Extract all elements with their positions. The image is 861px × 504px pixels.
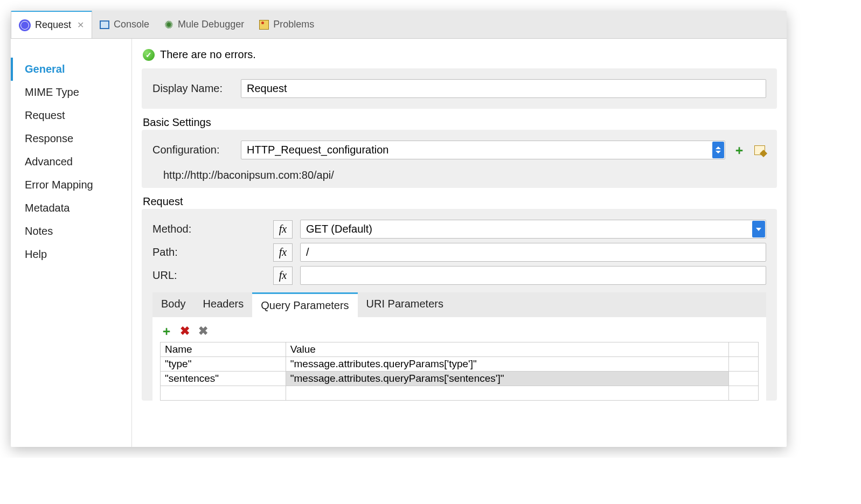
sidebar-item-request[interactable]: Request [11, 104, 131, 127]
status-text: There are no errors. [160, 48, 256, 61]
method-select[interactable] [300, 220, 766, 239]
chevron-down-icon[interactable] [752, 221, 765, 237]
subtab-query-parameters[interactable]: Query Parameters [252, 292, 357, 317]
cell-end [729, 372, 759, 386]
table-row-empty[interactable] [161, 386, 759, 401]
table-row[interactable]: "sentences" "message.attributes.queryPar… [161, 372, 759, 386]
basic-settings-section: Configuration: ＋ http://http://baconipsu… [142, 130, 777, 188]
subtab-body[interactable]: Body [152, 292, 195, 317]
col-name: Name [161, 342, 286, 357]
subtab-uri-parameters[interactable]: URI Parameters [358, 292, 452, 317]
edit-icon [754, 145, 765, 155]
edit-config-button[interactable] [753, 144, 766, 157]
display-name-label: Display Name: [152, 82, 233, 95]
problems-icon [259, 20, 269, 30]
sidebar-item-help[interactable]: Help [11, 243, 131, 266]
cell-name[interactable]: "sentences" [161, 372, 286, 386]
sidebar-item-advanced[interactable]: Advanced [11, 150, 131, 173]
cell-end [729, 357, 759, 372]
close-icon[interactable]: ✕ [77, 20, 84, 30]
query-params-panel: ＋ ✖ ✖ Name Value [152, 317, 766, 401]
subtab-headers[interactable]: Headers [195, 292, 253, 317]
x-red-icon: ✖ [180, 324, 190, 338]
request-title: Request [132, 191, 787, 209]
tab-console[interactable]: Console [92, 11, 157, 38]
sidebar-item-general[interactable]: General [11, 58, 131, 81]
configuration-label: Configuration: [152, 144, 233, 156]
configuration-select[interactable] [241, 141, 725, 159]
add-config-button[interactable]: ＋ [733, 144, 746, 157]
delete-row-button[interactable]: ✖ [178, 325, 191, 338]
sidebar-item-error-mapping[interactable]: Error Mapping [11, 173, 131, 197]
plus-icon: ＋ [161, 323, 172, 339]
status-bar: ✓ There are no errors. [132, 46, 787, 68]
cell-value[interactable]: "message.attributes.queryParams['type']" [286, 357, 728, 372]
tab-request[interactable]: Request ✕ [11, 11, 92, 38]
tab-problems[interactable]: Problems [252, 11, 322, 38]
sidebar-item-notes[interactable]: Notes [11, 220, 131, 243]
fx-button-url[interactable]: fx [273, 267, 293, 285]
resolved-url: http://http://baconipsum.com:80/api/ [152, 164, 766, 181]
main-content: ✓ There are no errors. Display Name: Bas… [132, 39, 787, 447]
top-tabbar: Request ✕ Console ✺ Mule Debugger Proble… [11, 11, 787, 39]
console-icon [100, 20, 109, 29]
tab-label: Console [114, 19, 149, 30]
col-end [729, 342, 759, 357]
tab-label: Request [35, 19, 71, 31]
cell-value[interactable]: "message.attributes.queryParams['sentenc… [286, 372, 728, 386]
cell-name[interactable]: "type" [161, 357, 286, 372]
table-row[interactable]: "type" "message.attributes.queryParams['… [161, 357, 759, 372]
panel-body: General MIME Type Request Response Advan… [11, 39, 787, 447]
col-value: Value [286, 342, 728, 357]
tab-label: Problems [273, 19, 314, 30]
fx-button-path[interactable]: fx [273, 243, 293, 262]
x-gray-icon: ✖ [198, 324, 208, 338]
plus-icon: ＋ [733, 142, 745, 158]
query-params-table: Name Value "type" "message.attributes.qu… [160, 342, 759, 401]
sidebar-item-mime-type[interactable]: MIME Type [11, 81, 131, 104]
table-toolbar: ＋ ✖ ✖ [160, 323, 759, 342]
path-input[interactable] [300, 243, 766, 262]
tab-mule-debugger[interactable]: ✺ Mule Debugger [157, 11, 252, 38]
sidebar-item-response[interactable]: Response [11, 127, 131, 150]
basic-settings-title: Basic Settings [132, 112, 787, 130]
ok-icon: ✓ [143, 49, 155, 61]
clear-all-button[interactable]: ✖ [197, 325, 210, 338]
request-section: Method: fx Path: fx URL: [142, 209, 777, 401]
display-name-section: Display Name: [142, 68, 777, 109]
add-row-button[interactable]: ＋ [160, 325, 173, 338]
bug-icon: ✺ [164, 18, 173, 31]
globe-icon [19, 19, 31, 31]
sidebar-item-metadata[interactable]: Metadata [11, 197, 131, 220]
cell-end [729, 386, 759, 401]
sidebar: General MIME Type Request Response Advan… [11, 39, 132, 447]
method-label: Method: [152, 223, 266, 235]
url-input[interactable] [300, 266, 766, 285]
url-label: URL: [152, 269, 266, 282]
properties-panel: Request ✕ Console ✺ Mule Debugger Proble… [11, 11, 787, 447]
cell-value[interactable] [286, 386, 728, 401]
cell-name[interactable] [161, 386, 286, 401]
request-subtabs: Body Headers Query Parameters URI Parame… [152, 292, 766, 317]
display-name-input[interactable] [241, 79, 766, 98]
fx-button-method[interactable]: fx [273, 220, 293, 239]
path-label: Path: [152, 246, 266, 258]
tab-label: Mule Debugger [178, 19, 244, 30]
spinner-icon[interactable] [712, 142, 724, 158]
